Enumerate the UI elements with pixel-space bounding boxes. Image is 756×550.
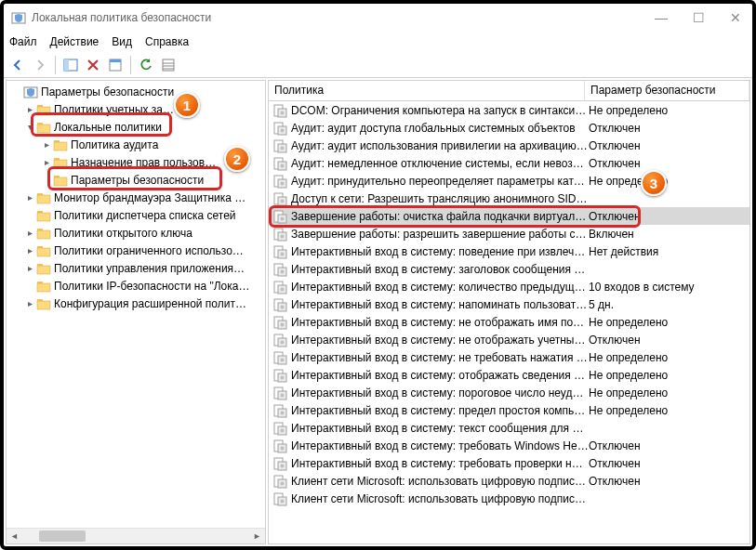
svg-point-96 xyxy=(281,464,285,467)
policy-row[interactable]: Аудит: принудительно переопределяет пара… xyxy=(269,172,749,190)
policy-row[interactable]: Интерактивный вход в систему: не отображ… xyxy=(269,313,749,331)
menu-view[interactable]: Вид xyxy=(112,35,132,48)
policy-name: Аудит: немедленное отключение системы, е… xyxy=(291,157,589,170)
policy-row[interactable]: Интерактивный вход в систему: требовать … xyxy=(269,454,749,472)
tree-item[interactable]: ▸Монитор брандмауэра Защитника … xyxy=(7,189,265,206)
policy-setting: Отключен xyxy=(589,210,749,223)
policy-setting: Отключен xyxy=(589,139,749,152)
policy-row[interactable]: Интерактивный вход в систему: пороговое … xyxy=(269,384,749,401)
policy-row[interactable]: Клиент сети Microsoft: использовать цифр… xyxy=(269,490,749,507)
policy-row[interactable]: Интерактивный вход в систему: не отображ… xyxy=(269,331,749,348)
expand-icon[interactable]: ▸ xyxy=(23,298,36,308)
tree-body[interactable]: Параметры безопасности▸Политики учетных … xyxy=(7,81,265,528)
policy-row[interactable]: Аудит: аудит доступа глобальных системны… xyxy=(269,119,749,137)
policy-row[interactable]: Интерактивный вход в систему: предел про… xyxy=(269,401,749,419)
svg-rect-21 xyxy=(37,195,50,203)
export-list-button[interactable] xyxy=(158,55,179,75)
svg-rect-33 xyxy=(37,301,50,309)
svg-point-51 xyxy=(281,199,285,203)
expand-icon[interactable]: ▸ xyxy=(23,192,36,203)
policy-row[interactable]: Интерактивный вход в систему: поведение … xyxy=(269,242,749,260)
tree-item-label: Монитор брандмауэра Защитника … xyxy=(54,191,245,204)
policy-row[interactable]: Интерактивный вход в систему: отображать… xyxy=(269,366,749,384)
svg-point-45 xyxy=(281,164,285,167)
policy-row[interactable]: Аудит: немедленное отключение системы, е… xyxy=(269,154,749,172)
svg-point-93 xyxy=(281,446,285,450)
menu-file[interactable]: Файл xyxy=(9,35,37,48)
policy-name: Клиент сети Microsoft: использовать цифр… xyxy=(291,492,589,505)
policy-name: Доступ к сети: Разрешить трансляцию анон… xyxy=(291,192,589,205)
back-button[interactable] xyxy=(7,55,28,75)
policy-row[interactable]: Интерактивный вход в систему: напоминать… xyxy=(269,295,749,313)
expand-icon[interactable]: ▸ xyxy=(23,228,36,238)
tree-item[interactable]: ▸Политики открытого ключа xyxy=(7,224,265,242)
policy-name: DCOM: Ограничения компьютера на запуск в… xyxy=(291,104,589,117)
refresh-button[interactable] xyxy=(136,55,156,75)
policy-setting: Не определено xyxy=(589,175,749,188)
policy-row[interactable]: Интерактивный вход в систему: текст сооб… xyxy=(269,419,749,437)
tree-item-label: Политики ограниченного использо… xyxy=(54,244,244,257)
show-hide-tree-button[interactable] xyxy=(60,55,81,75)
svg-rect-15 xyxy=(54,142,67,151)
expand-icon[interactable]: ▸ xyxy=(40,139,53,150)
column-setting[interactable]: Параметр безопасности xyxy=(585,81,749,100)
expand-icon[interactable]: ▸ xyxy=(23,104,36,114)
tree-item[interactable]: ▸Назначение прав пользов… xyxy=(7,153,265,171)
policy-row[interactable]: Интерактивный вход в систему: количество… xyxy=(269,278,749,295)
tree-item[interactable]: ▸Политики учетных за… xyxy=(7,100,265,118)
tree-item[interactable]: ▸Политики ограниченного использо… xyxy=(7,242,265,259)
maximize-button[interactable]: ☐ xyxy=(689,10,708,25)
policy-setting: Не определено xyxy=(589,351,749,364)
svg-point-75 xyxy=(281,340,285,344)
column-policy[interactable]: Политика xyxy=(269,81,585,100)
policy-row[interactable]: DCOM: Ограничения компьютера на запуск в… xyxy=(269,101,749,119)
tree-item[interactable]: ▸Политики управления приложения… xyxy=(7,259,265,277)
tree-item[interactable]: Параметры безопасности xyxy=(7,171,265,189)
minimize-button[interactable]: — xyxy=(652,10,670,25)
tree-item[interactable]: ▸Конфигурация расширенной полит… xyxy=(7,295,265,312)
policy-row[interactable]: Интерактивный вход в систему: заголовок … xyxy=(269,260,749,278)
tree-item-label: Политики учетных за… xyxy=(54,103,174,116)
policy-row[interactable]: Завершение работы: очистка файла подкачк… xyxy=(269,207,749,225)
expand-icon[interactable]: ▸ xyxy=(23,263,36,273)
list-pane: Политика Параметр безопасности DCOM: Огр… xyxy=(268,80,750,544)
expand-icon[interactable]: ▾ xyxy=(23,122,36,132)
svg-point-102 xyxy=(281,499,285,503)
policy-setting: Не определено xyxy=(589,316,749,329)
close-button[interactable]: ✕ xyxy=(726,10,745,25)
policy-name: Интерактивный вход в систему: пороговое … xyxy=(291,386,589,399)
tree-item[interactable]: Политики диспетчера списка сетей xyxy=(7,206,265,224)
policy-setting: Отключен xyxy=(589,122,749,135)
svg-rect-23 xyxy=(37,213,50,221)
menu-help[interactable]: Справка xyxy=(145,35,189,48)
tree-item[interactable]: Политики IP-безопасности на "Лока… xyxy=(7,277,265,295)
tree-item-label: Политики диспетчера списка сетей xyxy=(54,209,236,222)
menu-action[interactable]: Действие xyxy=(50,35,99,48)
tree-hscrollbar[interactable]: ◄► xyxy=(7,528,265,543)
delete-button[interactable] xyxy=(83,55,103,75)
expand-icon[interactable]: ▸ xyxy=(40,157,53,167)
tree-item-label: Локальные политики xyxy=(54,121,162,134)
policy-row[interactable]: Доступ к сети: Разрешить трансляцию анон… xyxy=(269,190,749,207)
policy-row[interactable]: Клиент сети Microsoft: использовать цифр… xyxy=(269,472,749,490)
policy-row[interactable]: Интерактивный вход в систему: не требова… xyxy=(269,348,749,366)
policy-row[interactable]: Интерактивный вход в систему: требовать … xyxy=(269,437,749,454)
policy-setting: 5 дн. xyxy=(589,298,749,311)
policy-row[interactable]: Аудит: аудит использования привилегии на… xyxy=(269,137,749,154)
tree-root[interactable]: Параметры безопасности xyxy=(7,83,265,100)
policy-row[interactable]: Завершение работы: разрешить завершение … xyxy=(269,225,749,242)
properties-button[interactable] xyxy=(105,55,126,75)
tree-item-label: Назначение прав пользов… xyxy=(71,156,216,169)
toolbar-separator xyxy=(130,56,131,74)
list-header: Политика Параметр безопасности xyxy=(269,81,749,101)
list-body[interactable]: DCOM: Ограничения компьютера на запуск в… xyxy=(269,101,749,543)
svg-point-54 xyxy=(281,216,285,220)
svg-point-72 xyxy=(281,322,285,326)
forward-button[interactable] xyxy=(30,55,50,75)
expand-icon[interactable]: ▸ xyxy=(23,245,36,255)
svg-point-69 xyxy=(281,305,285,308)
policy-name: Завершение работы: разрешить завершение … xyxy=(291,228,589,241)
tree-item[interactable]: ▾Локальные политики xyxy=(7,118,265,136)
tree-item[interactable]: ▸Политика аудита xyxy=(7,136,265,153)
svg-rect-27 xyxy=(37,248,50,256)
